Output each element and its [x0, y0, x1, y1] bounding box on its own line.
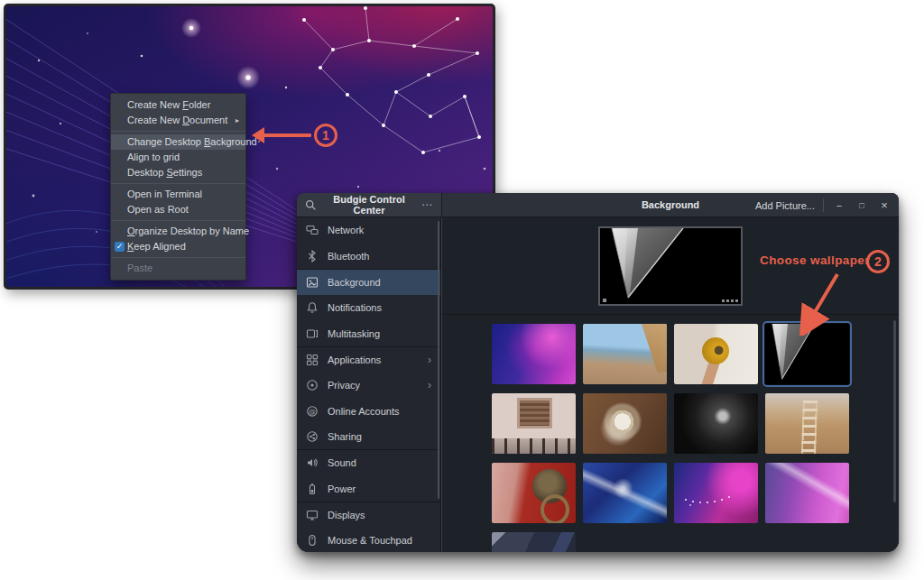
wallpaper-thumbnail[interactable] — [674, 393, 758, 454]
menu-item-change-desktop-background[interactable]: Change Desktop Background — [111, 134, 245, 150]
wallpaper-thumbnail[interactable] — [492, 324, 576, 384]
online-accounts-icon: @ — [306, 405, 319, 418]
wallpaper-thumbnail[interactable] — [765, 463, 849, 523]
bluetooth-icon — [306, 250, 319, 262]
sidebar-item-multitasking[interactable]: Multitasking — [297, 320, 440, 345]
menu-item-organize-desktop-by-name[interactable]: Organize Desktop by Name — [111, 224, 245, 239]
wallpaper-grid — [442, 315, 899, 552]
wallpaper-thumbnail[interactable] — [765, 393, 849, 454]
wallpaper-thumbnail[interactable] — [674, 463, 758, 523]
minimize-button[interactable]: − — [832, 200, 846, 211]
wallpaper-thumbnail[interactable] — [583, 324, 667, 384]
step2-badge: 2 — [866, 250, 890, 273]
menu-separator — [111, 131, 245, 132]
sidebar-item-power[interactable]: Power — [297, 475, 440, 501]
wallpaper-thumbnail[interactable] — [674, 324, 758, 384]
step2-label: Choose wallpaper — [760, 253, 870, 267]
preview-panel-tray-icons — [722, 299, 738, 302]
menu-item-keep-aligned[interactable]: ✓Keep Aligned — [111, 239, 245, 254]
menu-item-create-new-folder[interactable]: Create New Folder — [111, 97, 245, 113]
sidebar-item-displays[interactable]: Displays — [297, 502, 440, 528]
menu-separator — [111, 257, 245, 258]
menu-item-paste: Paste — [111, 261, 245, 276]
wallpaper-thumbnail[interactable] — [583, 393, 667, 454]
menu-item-open-as-root[interactable]: Open as Root — [111, 202, 245, 217]
wallpaper-grid-scrollbar[interactable] — [893, 320, 896, 502]
sidebar-item-sound[interactable]: Sound — [297, 450, 440, 475]
preview-panel-menu-icon — [603, 299, 606, 302]
wallpaper-thumbnail[interactable] — [492, 393, 576, 454]
mouse-icon — [306, 534, 319, 547]
background-panel — [441, 217, 899, 552]
screenshot-stage: Create New Folder Create New Document▸ C… — [0, 0, 924, 580]
chevron-right-icon: › — [428, 379, 431, 391]
menu-separator — [111, 183, 245, 184]
menu-item-open-in-terminal[interactable]: Open in Terminal — [111, 187, 245, 202]
sidebar-header: Budgie Control Center ⋯ — [297, 193, 441, 217]
menu-item-desktop-settings[interactable]: Desktop Settings — [111, 165, 245, 180]
power-icon — [306, 483, 319, 495]
menu-separator — [111, 220, 245, 221]
notifications-icon — [306, 301, 319, 314]
privacy-icon — [306, 379, 319, 391]
wallpaper-icon — [306, 276, 319, 289]
menu-item-align-to-grid[interactable]: Align to grid — [111, 150, 245, 165]
sidebar-item-online-accounts[interactable]: @ Online Accounts — [297, 398, 440, 423]
displays-icon — [306, 509, 319, 521]
sidebar-scrollbar[interactable] — [438, 221, 439, 499]
checkbox-checked-icon[interactable]: ✓ — [115, 242, 125, 252]
settings-sidebar: Network Bluetooth Background Notificatio… — [297, 217, 441, 552]
main-headerbar[interactable]: Background Add Picture... − □ × — [441, 193, 899, 217]
sidebar-item-privacy[interactable]: Privacy › — [297, 373, 440, 398]
sidebar-item-bluetooth[interactable]: Bluetooth — [297, 243, 440, 268]
maximize-button[interactable]: □ — [855, 201, 869, 210]
app-title: Budgie Control Center — [317, 194, 421, 216]
wallpaper-thumbnail[interactable] — [492, 463, 576, 523]
wallpaper-thumbnail[interactable] — [583, 463, 667, 523]
submenu-arrow-icon: ▸ — [236, 113, 239, 128]
sound-icon — [306, 456, 319, 469]
sharing-icon — [306, 430, 319, 443]
svg-text:@: @ — [309, 407, 316, 415]
add-picture-button[interactable]: Add Picture... — [755, 200, 815, 211]
sidebar-item-background[interactable]: Background — [297, 270, 440, 295]
budgie-control-center-window: Budgie Control Center ⋯ Background Add P… — [297, 193, 899, 552]
close-button[interactable]: × — [877, 198, 892, 212]
sidebar-item-notifications[interactable]: Notifications — [297, 295, 440, 320]
sidebar-item-mouse-touchpad[interactable]: Mouse & Touchpad — [297, 528, 440, 552]
sidebar-item-applications[interactable]: Applications › — [297, 347, 440, 373]
step1-badge: 1 — [314, 124, 337, 147]
wallpaper-preview — [598, 226, 743, 306]
network-icon — [306, 224, 319, 236]
sidebar-item-sharing[interactable]: Sharing — [297, 424, 440, 449]
app-menu-button[interactable]: ⋯ — [421, 198, 433, 211]
step2-arrow-icon — [792, 271, 846, 336]
headerbar-divider — [823, 198, 824, 212]
search-icon[interactable] — [305, 199, 317, 211]
leaf-preview-image — [600, 228, 741, 304]
applications-icon — [306, 354, 319, 366]
chevron-right-icon: › — [428, 354, 431, 366]
desktop-context-menu: Create New Folder Create New Document▸ C… — [110, 93, 246, 281]
menu-item-create-new-document[interactable]: Create New Document▸ — [111, 113, 245, 128]
sidebar-item-network[interactable]: Network — [297, 217, 440, 243]
multitasking-icon — [306, 327, 319, 340]
step1-arrow-shaft — [263, 133, 311, 137]
wallpaper-thumbnail[interactable] — [492, 532, 576, 552]
titlebar[interactable]: Budgie Control Center ⋯ Background Add P… — [297, 193, 899, 217]
